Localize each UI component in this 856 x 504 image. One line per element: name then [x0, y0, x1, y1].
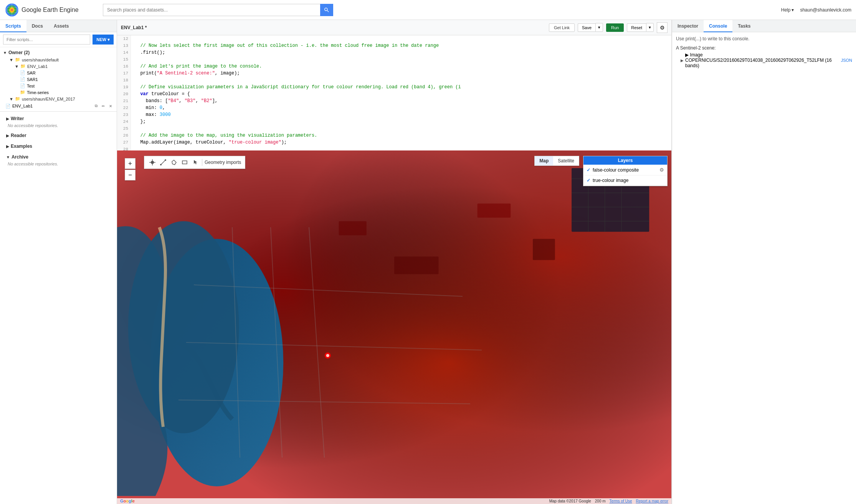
search-button[interactable] — [320, 4, 333, 16]
filter-row: NEW ▾ — [0, 32, 117, 47]
layer-false-colour-label: false-colour composite — [593, 167, 639, 173]
tree-expand-arrow: ▶ — [681, 58, 684, 63]
code-line — [135, 146, 668, 150]
svg-point-26 — [326, 354, 329, 357]
owner-section-header[interactable]: ▼ Owner (2) — [0, 49, 117, 56]
svg-line-34 — [161, 160, 165, 165]
reset-button[interactable]: Reset — [627, 23, 646, 32]
reader-header[interactable]: ▶ Reader — [3, 132, 114, 139]
file-icon: 📄 — [5, 104, 11, 109]
console-image-item[interactable]: ▶ ▶ Image COPERNICUS/S2/20160629T014038_… — [676, 51, 852, 69]
archive-no-access: No accessible repositories. — [3, 161, 114, 167]
search-input[interactable] — [103, 4, 320, 16]
tree-item-sar1[interactable]: 📄 SAR1 — [0, 76, 117, 83]
line-num: 15 — [119, 56, 128, 63]
settings-button[interactable]: ⚙ — [657, 22, 668, 33]
layers-panel: Layers ✓ false-colour composite ⚙ ✓ true… — [583, 156, 668, 186]
tree-item-users-shaun[interactable]: ▼ 📁 users/shaun/default — [0, 56, 117, 63]
sar-label: SAR — [27, 71, 36, 75]
owner-label: Owner (2) — [8, 50, 30, 55]
save-dropdown-arrow[interactable]: ▾ — [595, 23, 603, 32]
archive-header[interactable]: ▼ Archive — [3, 153, 114, 161]
reset-dropdown-arrow[interactable]: ▾ — [646, 23, 654, 32]
tab-scripts[interactable]: Scripts — [0, 20, 26, 32]
line-num: 16 — [119, 63, 128, 70]
user-account-button[interactable]: shaun@shaunlevick.com — [800, 7, 851, 13]
reset-dropdown: Reset ▾ — [627, 23, 654, 32]
tree-item-test[interactable]: 📄 Test — [0, 83, 117, 89]
delete-icon[interactable]: ✕ — [107, 103, 114, 109]
point-icon — [149, 159, 155, 165]
edit-icon[interactable]: ✏ — [100, 103, 106, 109]
map-view-button[interactable]: Map — [535, 156, 553, 165]
code-line: // Define visualization parameters in a … — [135, 84, 668, 91]
map-container[interactable]: + − — [117, 150, 671, 504]
zoom-in-button[interactable]: + — [125, 158, 136, 169]
save-button[interactable]: Save — [578, 23, 595, 32]
copy-icon[interactable]: ⧉ — [93, 103, 99, 109]
layer-check-icon: ✓ — [587, 167, 590, 173]
tree-item-env-lab1-2[interactable]: 📄 ENV_Lab1 ⧉ ✏ ✕ — [0, 102, 117, 110]
filter-scripts-input[interactable] — [3, 35, 90, 45]
line-num: 28 — [119, 146, 128, 150]
line-num: 22 — [119, 104, 128, 111]
satellite-view-button[interactable]: Satellite — [553, 156, 579, 165]
tab-console[interactable]: Console — [704, 20, 732, 32]
terms-of-use-link[interactable]: Terms of Use — [610, 499, 632, 503]
tree-item-sar[interactable]: 📄 SAR — [0, 69, 117, 76]
main-layout: Scripts Docs Assets NEW ▾ ▼ Owner (2) ▼ … — [0, 20, 856, 504]
code-line: print("A Sentinel-2 scene:", image); — [135, 70, 668, 77]
examples-label: Examples — [11, 144, 32, 149]
env-lab-icons: ⧉ ✏ ✕ — [93, 103, 114, 109]
geometry-imports-label: Geometry imports — [205, 160, 241, 165]
tab-docs[interactable]: Docs — [26, 20, 48, 32]
tree-item-users-shaun-env[interactable]: ▼ 📁 users/shaun/ENV_EM_2017 — [0, 96, 117, 102]
line-num: 26 — [119, 132, 128, 139]
svg-rect-16 — [533, 239, 555, 260]
tab-tasks[interactable]: Tasks — [732, 20, 756, 32]
layers-panel-header: Layers — [583, 156, 667, 165]
run-button[interactable]: Run — [606, 23, 624, 32]
draw-point-tool[interactable] — [148, 158, 157, 167]
code-line — [135, 56, 668, 63]
users-shaun-env-label: users/shaun/ENV_EM_2017 — [22, 97, 75, 101]
code-content[interactable]: // Now lets select the first image out o… — [131, 35, 671, 150]
tab-inspector[interactable]: Inspector — [672, 20, 704, 32]
draw-path-tool[interactable] — [159, 158, 167, 167]
expand-arrow: ▼ — [9, 58, 13, 62]
json-link[interactable]: JSON — [841, 58, 852, 63]
expand-arrow: ▶ — [6, 134, 9, 138]
new-script-button[interactable]: NEW ▾ — [93, 35, 114, 45]
code-line — [135, 125, 668, 132]
code-line: max: 3000 — [135, 111, 668, 118]
tree-item-env-lab1[interactable]: ▼ 📁 ENV_Lab1 — [0, 63, 117, 69]
line-num: 25 — [119, 125, 128, 132]
tab-assets[interactable]: Assets — [48, 20, 74, 32]
code-line — [135, 35, 668, 42]
report-map-link[interactable]: Report a map error — [636, 499, 668, 503]
satellite-imagery — [117, 150, 671, 504]
save-dropdown: Save ▾ — [578, 23, 603, 32]
cursor-icon — [192, 159, 198, 165]
map-satellite-toggle: Map Satellite — [534, 156, 579, 166]
draw-polygon-tool[interactable] — [170, 158, 178, 167]
select-tool[interactable] — [191, 158, 200, 167]
chevron-down-icon: ▾ — [792, 7, 794, 13]
search-icon — [324, 7, 330, 13]
line-num: 24 — [119, 118, 128, 125]
help-button[interactable]: Help ▾ — [781, 7, 794, 13]
expand-arrow: ▶ — [6, 144, 9, 149]
right-panel: Inspector Console Tasks Use print(...) t… — [672, 20, 856, 504]
draw-rectangle-tool[interactable] — [180, 158, 189, 167]
zoom-out-button[interactable]: − — [125, 170, 136, 180]
writer-header[interactable]: ▶ Writer — [3, 115, 114, 122]
test-label: Test — [27, 84, 35, 88]
tree-item-time-series[interactable]: 📁 Time-series — [0, 89, 117, 96]
users-shaun-label: users/shaun/default — [22, 58, 59, 62]
get-link-button[interactable]: Get Link — [549, 23, 575, 32]
code-editor[interactable]: 12 13 14 15 16 17 18 19 20 21 22 23 — [117, 35, 671, 150]
layer-settings-icon[interactable]: ⚙ — [659, 167, 664, 173]
svg-marker-35 — [172, 160, 176, 165]
examples-header[interactable]: ▶ Examples — [3, 142, 114, 150]
code-line: // Add the image to the map, using the v… — [135, 132, 668, 139]
